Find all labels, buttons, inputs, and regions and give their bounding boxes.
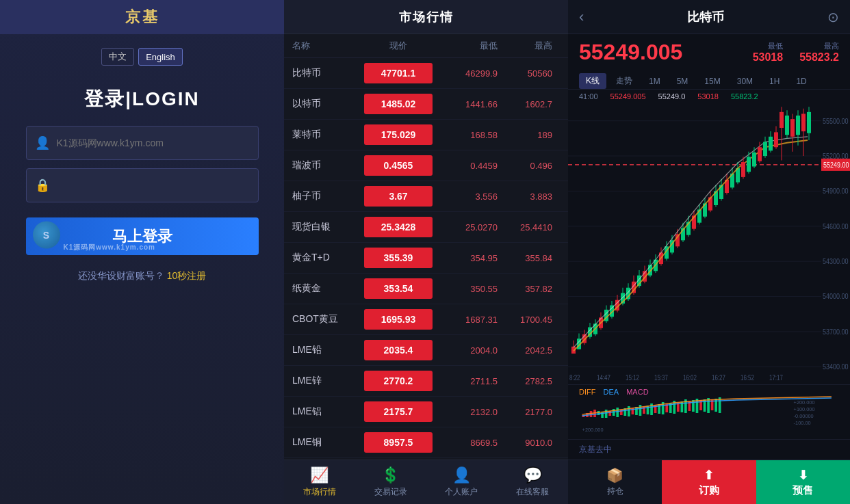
row-name: LME铅 [292, 344, 361, 356]
left-panel: 京基 中文 English 登录|LOGIN 👤 🔒 S 马上登录 K1源码网w… [0, 0, 284, 504]
price-btn[interactable]: 3.67 [364, 186, 433, 207]
row-high: 25.4410 [498, 222, 552, 233]
sell-button[interactable]: ⬇ 预售 [756, 460, 850, 504]
svg-rect-84 [747, 157, 751, 172]
price-btn[interactable]: 2770.2 [364, 371, 433, 391]
market-row[interactable]: 纸黄金 353.54 350.55 357.82 [284, 274, 568, 304]
svg-rect-144 [692, 400, 695, 412]
tab-1h[interactable]: 1H [762, 75, 786, 88]
login-button[interactable]: S 马上登录 K1源码网www.k1ym.com [26, 217, 259, 255]
back-button[interactable]: ‹ [579, 8, 584, 26]
nav-service[interactable]: 💬 在线客服 [497, 463, 568, 501]
price-btn[interactable]: 175.029 [364, 124, 433, 145]
price-btn[interactable]: 353.54 [364, 278, 433, 299]
tab-30m[interactable]: 30M [730, 75, 760, 88]
tab-1d[interactable]: 1D [789, 75, 813, 88]
price-btn[interactable]: 25.3428 [364, 217, 433, 237]
price-btn[interactable]: 2175.7 [364, 401, 433, 422]
row-high: 2042.5 [498, 345, 552, 356]
row-name: 以特币 [292, 98, 361, 110]
svg-text:+100.000: +100.000 [582, 432, 604, 434]
price-btn[interactable]: 8957.5 [364, 432, 433, 453]
row-high: 355.84 [498, 253, 552, 263]
price-btn[interactable]: 1485.02 [364, 94, 433, 114]
ci-close: 55249.0 [658, 92, 686, 101]
dea-label: DEA [604, 388, 619, 396]
price-btn[interactable]: 355.39 [364, 248, 433, 268]
row-high: 189 [498, 130, 552, 140]
password-row: 🔒 [26, 168, 259, 202]
market-row[interactable]: 黄金T+D 355.39 354.95 355.84 [284, 243, 568, 274]
svg-text:54300.00: 54300.00 [823, 257, 849, 265]
lang-en-btn[interactable]: English [138, 48, 183, 66]
tab-1m[interactable]: 1M [642, 75, 667, 88]
row-high: 50560 [498, 68, 552, 79]
tab-trend[interactable]: 走势 [609, 73, 639, 89]
nav-trades[interactable]: 💲 交易记录 [355, 463, 426, 501]
col-high: 最高 [498, 40, 552, 52]
nav-market[interactable]: 📈 市场行情 [284, 463, 355, 501]
ci-open: 55249.005 [610, 92, 646, 101]
logo-bar: 京基 [0, 0, 284, 34]
register-link[interactable]: 10秒注册 [167, 270, 207, 281]
price-btn[interactable]: 2035.4 [364, 340, 433, 360]
buy-button[interactable]: ⬆ 订购 [662, 460, 756, 504]
svg-rect-90 [763, 142, 767, 157]
sell-icon: ⬇ [798, 468, 808, 483]
svg-text:55249.00: 55249.00 [823, 161, 849, 169]
wm-logo: S [33, 221, 64, 252]
svg-rect-98 [785, 116, 789, 135]
market-label: 市场行情 [303, 486, 336, 498]
row-high: 3.883 [498, 191, 552, 202]
row-low: 350.55 [436, 284, 498, 294]
svg-rect-127 [628, 406, 630, 416]
market-row[interactable]: 瑞波币 0.4565 0.4459 0.496 [284, 150, 568, 181]
high-val: 55823.2 [799, 51, 839, 64]
low-label: 最低 [768, 41, 783, 51]
username-input[interactable] [57, 137, 250, 148]
market-row[interactable]: 现货白银 25.3428 25.0270 25.4410 [284, 212, 568, 243]
big-price: 55249.005 [579, 40, 682, 65]
tab-15m[interactable]: 15M [697, 75, 727, 88]
hold-action[interactable]: 📦 持仓 [568, 467, 662, 497]
market-row[interactable]: LME铝 2175.7 2132.0 2177.0 [284, 397, 568, 427]
svg-rect-102 [796, 116, 800, 135]
lang-zh-btn[interactable]: 中文 [101, 48, 134, 66]
row-name: 瑞波币 [292, 159, 361, 172]
right-panel: ‹ 比特币 ⊙ 55249.005 最低 53018 最高 55823.2 K线… [568, 0, 850, 504]
tab-kx[interactable]: K线 [579, 73, 606, 89]
row-name: 黄金T+D [292, 252, 361, 264]
row-name: LME铜 [292, 436, 361, 449]
market-row[interactable]: 比特币 47701.1 46299.9 50560 [284, 58, 568, 89]
lock-icon: 🔒 [35, 178, 50, 193]
market-row[interactable]: 以特币 1485.02 1441.66 1602.7 [284, 89, 568, 120]
row-name: 柚子币 [292, 190, 361, 202]
market-row[interactable]: LME锌 2770.2 2711.5 2782.5 [284, 366, 568, 397]
price-btn[interactable]: 1695.93 [364, 309, 433, 330]
svg-text:+200.000: +200.000 [794, 399, 815, 406]
tab-5m[interactable]: 5M [670, 75, 695, 88]
market-row[interactable]: LME铅 2035.4 2004.0 2042.5 [284, 335, 568, 366]
market-row[interactable]: 莱特币 175.029 168.58 189 [284, 120, 568, 150]
buy-label: 订购 [699, 484, 719, 497]
nav-account[interactable]: 👤 个人账户 [426, 463, 498, 501]
register-hint: 还没华设财富账号？ 10秒注册 [78, 270, 206, 282]
password-input[interactable] [57, 180, 250, 191]
market-row[interactable]: CBOT黄豆 1695.93 1687.31 1700.45 [284, 304, 568, 335]
svg-text:16:02: 16:02 [683, 374, 697, 382]
svg-rect-132 [647, 406, 649, 414]
high-price-block: 最高 55823.2 [799, 41, 839, 64]
market-row[interactable]: 柚子币 3.67 3.556 3.883 [284, 181, 568, 212]
lang-switch: 中文 English [101, 48, 183, 66]
price-btn[interactable]: 0.4565 [364, 155, 433, 176]
price-btn[interactable]: 47701.1 [364, 63, 433, 83]
row-low: 354.95 [436, 253, 498, 263]
svg-rect-82 [741, 162, 745, 177]
row-high: 2782.5 [498, 376, 552, 386]
chart-tabs: K线 走势 1M 5M 15M 30M 1H 1D [568, 70, 850, 90]
macd-label: DIFF DEA MACD [579, 388, 839, 396]
row-low: 1687.31 [436, 315, 498, 325]
market-icon: 📈 [310, 466, 329, 484]
market-row[interactable]: LME铜 8957.5 8669.5 9010.0 [284, 427, 568, 458]
user-icon[interactable]: ⊙ [827, 9, 839, 25]
